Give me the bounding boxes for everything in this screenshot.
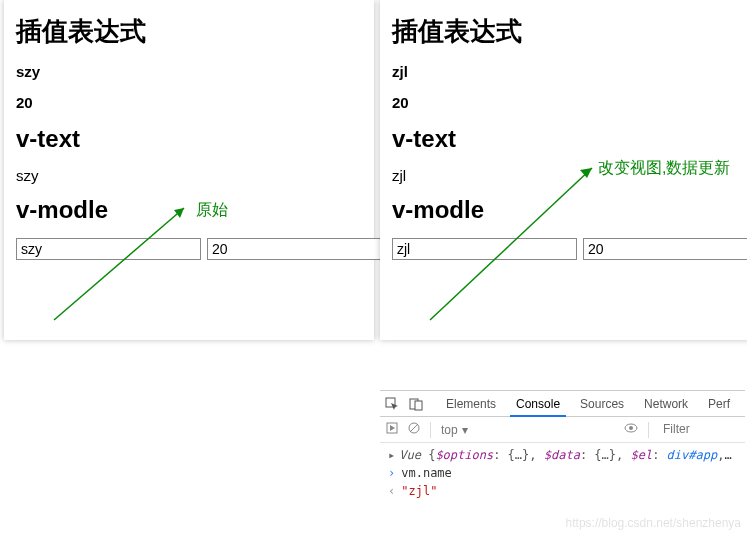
eye-icon[interactable] (624, 422, 638, 437)
vtext-value: szy (16, 167, 362, 184)
panel-updated: 插值表达式 zjl 20 v-text zjl v-modle (380, 0, 747, 340)
tab-elements[interactable]: Elements (440, 391, 502, 417)
prompt-in-icon: › (388, 466, 395, 480)
name-value: szy (16, 63, 362, 80)
inspect-icon[interactable] (384, 396, 400, 412)
console-command: vm.name (401, 466, 452, 480)
console-output: ▸Vue {$options: {…}, $data: {…}, $el: di… (380, 443, 745, 503)
svg-marker-8 (390, 425, 395, 431)
prompt-out-icon: ‹ (388, 484, 395, 498)
heading-v-text: v-text (16, 125, 362, 153)
tab-sources[interactable]: Sources (574, 391, 630, 417)
watermark: https://blog.csdn.net/shenzhenya (566, 516, 741, 530)
svg-line-10 (410, 424, 418, 432)
heading-v-model: v-modle (392, 196, 738, 224)
age-input[interactable] (207, 238, 392, 260)
tab-console[interactable]: Console (510, 391, 566, 417)
heading-v-model: v-modle (16, 196, 362, 224)
heading-interpolation: 插值表达式 (392, 14, 738, 49)
panel-original: 插值表达式 szy 20 v-text szy v-modle (4, 0, 374, 340)
console-line-command[interactable]: ›vm.name (388, 464, 737, 482)
devtools-tabbar: Elements Console Sources Network Perf (380, 391, 745, 417)
filter-input[interactable] (659, 420, 739, 439)
devtools-panel: Elements Console Sources Network Perf to… (380, 390, 745, 531)
heading-v-text: v-text (392, 125, 738, 153)
age-input[interactable] (583, 238, 747, 260)
separator (648, 422, 649, 438)
console-line-vue[interactable]: ▸Vue {$options: {…}, $data: {…}, $el: di… (388, 446, 737, 464)
console-result: "zjl" (401, 484, 437, 498)
input-row (16, 238, 362, 260)
heading-interpolation: 插值表达式 (16, 14, 362, 49)
age-value: 20 (16, 94, 362, 111)
context-label: top (441, 423, 458, 437)
device-toggle-icon[interactable] (408, 396, 424, 412)
name-input[interactable] (392, 238, 577, 260)
clear-console-icon[interactable] (408, 422, 420, 437)
input-row (392, 238, 738, 260)
tab-performance[interactable]: Perf (702, 391, 736, 417)
chevron-down-icon: ▾ (462, 423, 468, 437)
tab-network[interactable]: Network (638, 391, 694, 417)
expand-icon[interactable]: ▸ (388, 448, 395, 462)
name-value: zjl (392, 63, 738, 80)
svg-rect-6 (415, 401, 422, 410)
play-icon[interactable] (386, 422, 398, 437)
svg-point-12 (629, 426, 633, 430)
context-selector[interactable]: top ▾ (441, 423, 468, 437)
vtext-value: zjl (392, 167, 738, 184)
separator (430, 422, 431, 438)
name-input[interactable] (16, 238, 201, 260)
console-toolbar: top ▾ (380, 417, 745, 443)
console-line-result: ‹"zjl" (388, 482, 737, 500)
age-value: 20 (392, 94, 738, 111)
